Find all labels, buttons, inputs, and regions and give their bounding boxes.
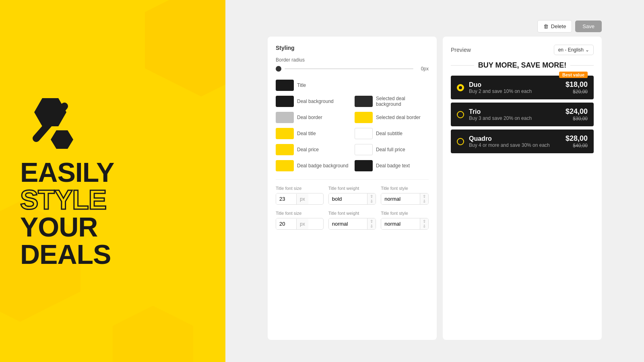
svg-marker-2 (51, 130, 73, 149)
font-weight-select-2: normal bold bolder lighter ⇧⇩ (328, 218, 376, 230)
border-radius-label-row: Border radius (276, 57, 429, 63)
chevron-icon: ⌄ (585, 47, 589, 53)
right-panel: 🗑 Delete Save Styling Border radius (225, 0, 644, 362)
deal-full-price-label: Deal full price (376, 147, 405, 152)
deal-desc-trio: Buy 3 and save 20% on each (469, 115, 561, 121)
color-item-deal-border: Deal border (276, 112, 350, 123)
deal-card-trio[interactable]: Trio Buy 3 and save 20% on each $24,00 $… (451, 103, 594, 126)
deal-name-quadro: Quadro (469, 135, 561, 142)
title-color-label: Title (297, 82, 306, 88)
slider-track (285, 68, 413, 69)
tagline: EASILY STYLE YOUR DEALS (20, 158, 114, 268)
hex-decoration-top (145, 0, 225, 97)
deal-price-label: Deal price (297, 147, 319, 152)
preview-title: BUY MORE, SAVE MORE! (451, 61, 594, 70)
border-radius-slider[interactable]: 0px (276, 66, 429, 72)
color-item-deal-price: Deal price (276, 144, 350, 155)
font-size-field-2[interactable] (276, 218, 296, 229)
tagline-line1: EASILY (20, 158, 114, 186)
title-line-left (451, 65, 474, 66)
language-select[interactable]: en - English ⌄ (554, 45, 594, 55)
deal-price-quadro: $28,00 $40,00 (566, 134, 588, 148)
preview-header: Preview en - English ⌄ (451, 45, 594, 55)
color-title-row: Title (276, 80, 429, 91)
font-labels-2: Title font size Title font weight Title … (276, 211, 429, 216)
font-weight-label-1: Title font weight (328, 186, 376, 191)
color-grid: Deal background Selected deal background… (276, 96, 429, 171)
font-inputs-2: px normal bold bolder lighter ⇧⇩ (276, 218, 429, 230)
deal-current-price-duo: $18,00 (566, 80, 588, 89)
deal-full-price-swatch[interactable] (355, 144, 373, 155)
color-item-selected-deal-bg: Selected deal background (355, 96, 429, 107)
trash-icon: 🗑 (543, 23, 549, 29)
font-labels-1: Title font size Title font weight Title … (276, 186, 429, 191)
deal-card-quadro[interactable]: Quadro Buy 4 or more and save 30% on eac… (451, 130, 594, 153)
tagline-line3: YOUR (20, 213, 114, 241)
color-item-deal-title: Deal title (276, 128, 350, 139)
styling-title: Styling (276, 45, 429, 51)
selected-deal-border-label: Selected deal border (376, 115, 421, 120)
toolbar: 🗑 Delete Save (262, 16, 608, 37)
deal-current-price-quadro: $28,00 (566, 134, 588, 143)
deal-badge-bg-label: Deal badge background (297, 163, 348, 169)
deal-badge-bg-swatch[interactable] (276, 160, 294, 171)
deal-badge-text-swatch[interactable] (355, 160, 373, 171)
deal-current-price-trio: $24,00 (566, 107, 588, 116)
chevron-up-down-icon-2: ⇧⇩ (420, 193, 428, 204)
deal-title-swatch[interactable] (276, 128, 294, 139)
chevron-up-down-icon-1: ⇧⇩ (367, 193, 376, 204)
deal-desc-duo: Buy 2 and save 10% on each (469, 88, 561, 94)
deal-badge-text-label: Deal badge text (376, 163, 410, 169)
font-size-unit-2: px (296, 219, 308, 229)
tagline-line4: DEALS (20, 241, 114, 268)
deal-bg-label: Deal background (297, 99, 334, 104)
selected-deal-bg-swatch[interactable] (355, 96, 373, 107)
deal-price-duo: $18,00 $20,00 (566, 80, 588, 95)
deal-price-swatch[interactable] (276, 144, 294, 155)
deal-bg-swatch[interactable] (276, 96, 294, 107)
font-style-select-1: normal italic oblique ⇧⇩ (381, 193, 429, 205)
deal-original-price-trio: $30,00 (566, 116, 588, 121)
title-color-swatch[interactable] (276, 80, 294, 91)
border-radius-section: Border radius 0px (276, 57, 429, 72)
selected-deal-bg-label: Selected deal background (376, 96, 429, 107)
font-style-dropdown-1[interactable]: normal italic oblique (381, 193, 420, 204)
selected-deal-border-swatch[interactable] (355, 112, 373, 123)
border-radius-label: Border radius (276, 57, 305, 63)
color-item-deal-badge-bg: Deal badge background (276, 160, 350, 171)
save-button[interactable]: Save (575, 21, 602, 32)
deal-original-price-quadro: $40,00 (566, 143, 588, 148)
deal-subtitle-swatch[interactable] (355, 128, 373, 139)
left-panel: EASILY STYLE YOUR DEALS (0, 0, 225, 362)
tagline-line2: STYLE (20, 186, 114, 213)
font-weight-dropdown-1[interactable]: bold normal bolder lighter (329, 193, 367, 204)
hex-decoration-bottom-right (113, 306, 193, 362)
chevron-up-down-icon-4: ⇧⇩ (420, 218, 428, 229)
font-style-label-1: Title font style (381, 186, 429, 191)
deal-info-quadro: Quadro Buy 4 or more and save 30% on eac… (469, 135, 561, 148)
font-row-2: Title font size Title font weight Title … (276, 211, 429, 230)
font-section-1: Title font size Title font weight Title … (276, 179, 429, 230)
font-style-select-2: normal italic oblique ⇧⇩ (381, 218, 429, 230)
logo-icon (20, 94, 85, 150)
content-area: Styling Border radius 0px Title (262, 37, 608, 346)
font-size-unit-1: px (296, 194, 308, 204)
color-item-deal-subtitle: Deal subtitle (355, 128, 429, 139)
deal-border-swatch[interactable] (276, 112, 294, 123)
border-radius-value: 0px (417, 66, 429, 72)
font-size-label-1: Title font size (276, 186, 324, 191)
color-item-deal-bg: Deal background (276, 96, 350, 107)
language-value: en - English (558, 47, 584, 53)
font-size-field-1[interactable] (276, 193, 296, 204)
font-weight-dropdown-2[interactable]: normal bold bolder lighter (329, 218, 367, 229)
deal-subtitle-label: Deal subtitle (376, 131, 402, 136)
preview-title-text: BUY MORE, SAVE MORE! (478, 61, 566, 70)
font-row-1: Title font size Title font weight Title … (276, 186, 429, 205)
delete-label: Delete (551, 23, 566, 29)
delete-button[interactable]: 🗑 Delete (537, 20, 572, 33)
font-style-dropdown-2[interactable]: normal italic oblique (381, 218, 420, 229)
deal-card-duo[interactable]: Best value Duo Buy 2 and save 10% on eac… (451, 76, 594, 99)
font-inputs-1: px bold normal bolder lighter ⇧⇩ (276, 193, 429, 205)
preview-panel: Preview en - English ⌄ BUY MORE, SAVE MO… (443, 37, 602, 340)
deals-container: Best value Duo Buy 2 and save 10% on eac… (451, 76, 594, 153)
